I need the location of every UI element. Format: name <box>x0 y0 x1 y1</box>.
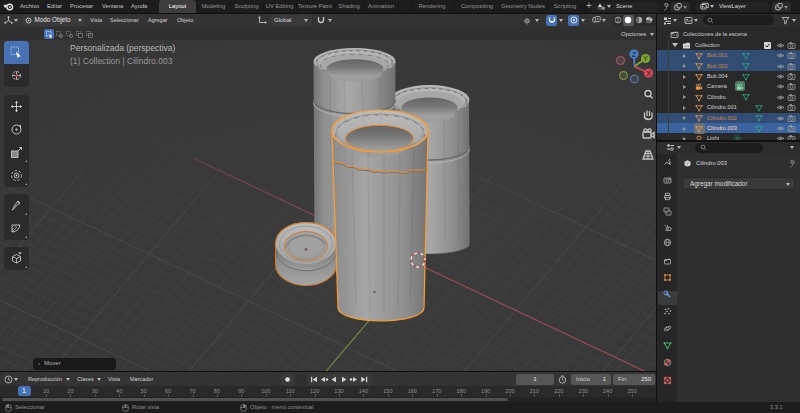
svg-text:X: X <box>646 70 651 77</box>
svg-text:Z: Z <box>632 51 637 58</box>
svg-text:Y: Y <box>643 55 648 62</box>
